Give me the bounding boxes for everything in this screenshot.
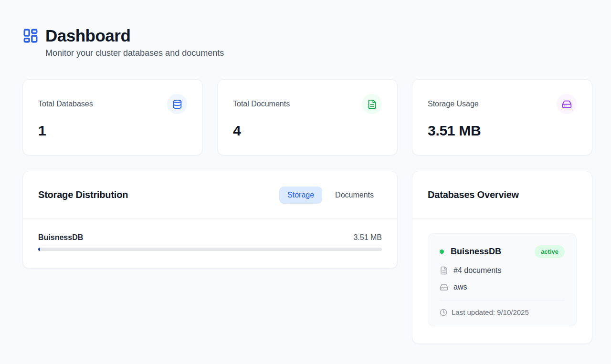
stat-card-storage-usage: Storage Usage 3.51 MB (412, 79, 592, 156)
stat-value: 3.51 MB (428, 123, 577, 139)
documents-count: #4 documents (453, 266, 502, 275)
database-size: 3.51 MB (353, 233, 382, 242)
stat-value: 4 (233, 123, 382, 139)
stat-label: Storage Usage (428, 100, 479, 108)
stat-card-total-databases: Total Databases 1 (22, 79, 203, 156)
tab-storage[interactable]: Storage (279, 187, 322, 204)
stat-label: Total Documents (233, 100, 290, 108)
divider (440, 301, 565, 301)
storage-distribution-item: BuisnessDB 3.51 MB (38, 233, 382, 251)
dashboard-page: Dashboard Monitor your cluster databases… (0, 0, 611, 363)
database-icon (167, 94, 187, 114)
file-text-icon (440, 266, 448, 275)
hard-drive-icon (557, 94, 577, 114)
layout-dashboard-icon (22, 28, 39, 44)
database-name: BuisnessDB (38, 233, 83, 242)
storage-distribution-tabs: Storage Documents (279, 187, 382, 204)
storage-progress-fill (38, 248, 40, 251)
stat-label: Total Databases (38, 100, 93, 108)
stat-value: 1 (38, 123, 187, 139)
hard-drive-icon (440, 283, 448, 291)
clock-icon (440, 309, 447, 316)
file-text-icon (362, 94, 382, 114)
storage-distribution-panel: Storage Distribution Storage Documents B… (22, 171, 398, 269)
last-updated-row: Last updated: 9/10/2025 (440, 308, 565, 316)
panels-row: Storage Distribution Storage Documents B… (22, 171, 592, 344)
stats-row: Total Databases 1 Total Documents (22, 79, 592, 156)
storage-progress-bar (38, 248, 382, 251)
documents-count-row: #4 documents (440, 266, 565, 275)
stat-card-total-documents: Total Documents 4 (217, 79, 398, 156)
page-subtitle: Monitor your cluster databases and docum… (45, 48, 592, 58)
tab-documents[interactable]: Documents (327, 187, 382, 204)
status-dot (440, 250, 444, 254)
provider-name: aws (453, 283, 467, 291)
storage-distribution-title: Storage Distribution (38, 189, 128, 200)
provider-row: aws (440, 283, 565, 291)
database-name: BuisnessDB (451, 247, 501, 257)
page-title: Dashboard (45, 26, 130, 45)
databases-overview-title: Databases Overview (428, 189, 519, 200)
databases-overview-panel: Databases Overview BuisnessDB active (412, 171, 592, 344)
last-updated-text: Last updated: 9/10/2025 (452, 308, 529, 316)
database-card[interactable]: BuisnessDB active #4 documents (428, 233, 577, 326)
page-header: Dashboard Monitor your cluster databases… (22, 26, 592, 58)
status-badge: active (535, 245, 565, 258)
